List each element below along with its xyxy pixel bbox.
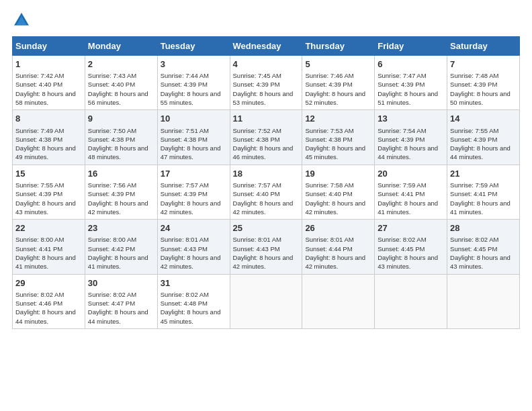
week-row-1: 1Sunrise: 7:42 AMSunset: 4:40 PMDaylight… xyxy=(13,56,520,110)
day-number: 31 xyxy=(161,277,227,289)
calendar-cell: 5Sunrise: 7:46 AMSunset: 4:39 PMDaylight… xyxy=(302,56,375,110)
sunset-label: Sunset: 4:38 PM xyxy=(161,136,208,143)
calendar-cell: 14Sunrise: 7:55 AMSunset: 4:39 PMDayligh… xyxy=(447,110,520,165)
calendar-cell: 30Sunrise: 8:02 AMSunset: 4:47 PMDayligh… xyxy=(85,274,157,328)
sunset-label: Sunset: 4:40 PM xyxy=(88,81,135,88)
daylight-label: Daylight: 8 hours and 49 minutes. xyxy=(15,144,76,161)
header-day-tuesday: Tuesday xyxy=(157,37,230,56)
daylight-label: Daylight: 8 hours and 44 minutes. xyxy=(15,308,76,324)
day-number: 3 xyxy=(161,58,227,71)
sunset-label: Sunset: 4:39 PM xyxy=(88,190,135,197)
header-day-thursday: Thursday xyxy=(302,37,375,56)
calendar-cell: 2Sunrise: 7:43 AMSunset: 4:40 PMDaylight… xyxy=(85,56,157,110)
calendar-cell: 11Sunrise: 7:52 AMSunset: 4:38 PMDayligh… xyxy=(230,110,302,165)
daylight-label: Daylight: 8 hours and 41 minutes. xyxy=(15,254,76,270)
sunrise-label: Sunrise: 8:02 AM xyxy=(378,236,426,243)
daylight-label: Daylight: 8 hours and 53 minutes. xyxy=(233,90,294,106)
header-day-saturday: Saturday xyxy=(447,37,520,56)
sunset-label: Sunset: 4:39 PM xyxy=(378,136,425,143)
sunset-label: Sunset: 4:40 PM xyxy=(233,190,280,197)
daylight-label: Daylight: 8 hours and 56 minutes. xyxy=(88,90,148,106)
day-number: 29 xyxy=(15,277,82,289)
sunset-label: Sunset: 4:45 PM xyxy=(450,245,497,253)
day-number: 18 xyxy=(233,168,300,180)
week-row-5: 29Sunrise: 8:02 AMSunset: 4:46 PMDayligh… xyxy=(13,274,520,328)
sunset-label: Sunset: 4:44 PM xyxy=(305,245,352,253)
calendar-cell: 24Sunrise: 8:01 AMSunset: 4:43 PMDayligh… xyxy=(157,220,230,274)
sunrise-label: Sunrise: 7:45 AM xyxy=(233,72,281,79)
daylight-label: Daylight: 8 hours and 42 minutes. xyxy=(233,254,294,270)
daylight-label: Daylight: 8 hours and 45 minutes. xyxy=(161,308,221,324)
daylight-label: Daylight: 8 hours and 42 minutes. xyxy=(161,199,221,216)
calendar-cell xyxy=(230,274,302,328)
sunrise-label: Sunrise: 8:01 AM xyxy=(305,236,353,243)
sunrise-label: Sunrise: 7:51 AM xyxy=(161,127,209,134)
calendar-cell: 4Sunrise: 7:45 AMSunset: 4:39 PMDaylight… xyxy=(230,56,302,110)
daylight-label: Daylight: 8 hours and 42 minutes. xyxy=(305,199,365,216)
sunrise-label: Sunrise: 8:01 AM xyxy=(161,236,209,243)
calendar-cell: 7Sunrise: 7:48 AMSunset: 4:39 PMDaylight… xyxy=(447,56,520,110)
sunset-label: Sunset: 4:39 PM xyxy=(450,81,497,88)
day-number: 6 xyxy=(378,58,444,71)
calendar-cell xyxy=(447,274,520,328)
daylight-label: Daylight: 8 hours and 47 minutes. xyxy=(161,144,221,161)
sunrise-label: Sunrise: 7:58 AM xyxy=(305,181,353,189)
sunrise-label: Sunrise: 8:01 AM xyxy=(233,236,281,243)
sunrise-label: Sunrise: 7:54 AM xyxy=(378,127,426,134)
daylight-label: Daylight: 8 hours and 45 minutes. xyxy=(305,144,365,161)
daylight-label: Daylight: 8 hours and 46 minutes. xyxy=(233,144,294,161)
day-number: 2 xyxy=(88,58,154,71)
daylight-label: Daylight: 8 hours and 51 minutes. xyxy=(378,90,438,106)
calendar-cell: 9Sunrise: 7:50 AMSunset: 4:38 PMDaylight… xyxy=(85,110,157,165)
calendar-cell: 20Sunrise: 7:59 AMSunset: 4:41 PMDayligh… xyxy=(375,165,447,219)
calendar-cell: 13Sunrise: 7:54 AMSunset: 4:39 PMDayligh… xyxy=(375,110,447,165)
sunset-label: Sunset: 4:38 PM xyxy=(233,136,280,143)
sunrise-label: Sunrise: 7:56 AM xyxy=(88,181,136,189)
sunset-label: Sunset: 4:38 PM xyxy=(15,136,62,143)
daylight-label: Daylight: 8 hours and 41 minutes. xyxy=(378,199,438,216)
day-number: 13 xyxy=(378,113,444,125)
page: SundayMondayTuesdayWednesdayThursdayFrid… xyxy=(0,0,532,411)
day-number: 23 xyxy=(88,222,154,234)
daylight-label: Daylight: 8 hours and 55 minutes. xyxy=(161,90,221,106)
sunset-label: Sunset: 4:39 PM xyxy=(161,81,208,88)
sunset-label: Sunset: 4:39 PM xyxy=(161,190,208,197)
day-number: 22 xyxy=(15,222,82,234)
logo xyxy=(12,11,34,30)
header-day-monday: Monday xyxy=(85,37,157,56)
daylight-label: Daylight: 8 hours and 42 minutes. xyxy=(88,199,148,216)
sunset-label: Sunset: 4:41 PM xyxy=(15,245,62,253)
day-number: 28 xyxy=(450,222,517,234)
sunrise-label: Sunrise: 8:02 AM xyxy=(161,291,209,298)
daylight-label: Daylight: 8 hours and 41 minutes. xyxy=(450,199,511,216)
sunrise-label: Sunrise: 7:57 AM xyxy=(233,181,281,189)
sunrise-label: Sunrise: 8:00 AM xyxy=(88,236,136,243)
day-number: 4 xyxy=(233,58,300,71)
sunset-label: Sunset: 4:40 PM xyxy=(305,190,352,197)
sunrise-label: Sunrise: 7:49 AM xyxy=(15,127,64,134)
calendar-cell: 1Sunrise: 7:42 AMSunset: 4:40 PMDaylight… xyxy=(13,56,85,110)
daylight-label: Daylight: 8 hours and 48 minutes. xyxy=(88,144,148,161)
sunrise-label: Sunrise: 7:55 AM xyxy=(450,127,498,134)
sunset-label: Sunset: 4:38 PM xyxy=(88,136,135,143)
header xyxy=(12,11,520,30)
daylight-label: Daylight: 8 hours and 42 minutes. xyxy=(233,199,294,216)
calendar-cell: 21Sunrise: 7:59 AMSunset: 4:41 PMDayligh… xyxy=(447,165,520,219)
sunrise-label: Sunrise: 7:55 AM xyxy=(15,181,64,189)
day-number: 8 xyxy=(15,113,82,125)
sunrise-label: Sunrise: 7:59 AM xyxy=(378,181,426,189)
day-number: 5 xyxy=(305,58,371,71)
sunrise-label: Sunrise: 7:42 AM xyxy=(15,72,64,79)
day-number: 12 xyxy=(305,113,371,125)
sunrise-label: Sunrise: 7:46 AM xyxy=(305,72,353,79)
sunrise-label: Sunrise: 7:50 AM xyxy=(88,127,136,134)
calendar-cell: 3Sunrise: 7:44 AMSunset: 4:39 PMDaylight… xyxy=(157,56,230,110)
sunset-label: Sunset: 4:46 PM xyxy=(15,300,62,307)
daylight-label: Daylight: 8 hours and 43 minutes. xyxy=(450,254,511,270)
sunrise-label: Sunrise: 8:02 AM xyxy=(15,291,64,298)
daylight-label: Daylight: 8 hours and 42 minutes. xyxy=(161,254,221,270)
sunset-label: Sunset: 4:41 PM xyxy=(378,190,425,197)
daylight-label: Daylight: 8 hours and 50 minutes. xyxy=(450,90,511,106)
sunset-label: Sunset: 4:40 PM xyxy=(15,81,62,88)
calendar-table: SundayMondayTuesdayWednesdayThursdayFrid… xyxy=(12,36,520,329)
